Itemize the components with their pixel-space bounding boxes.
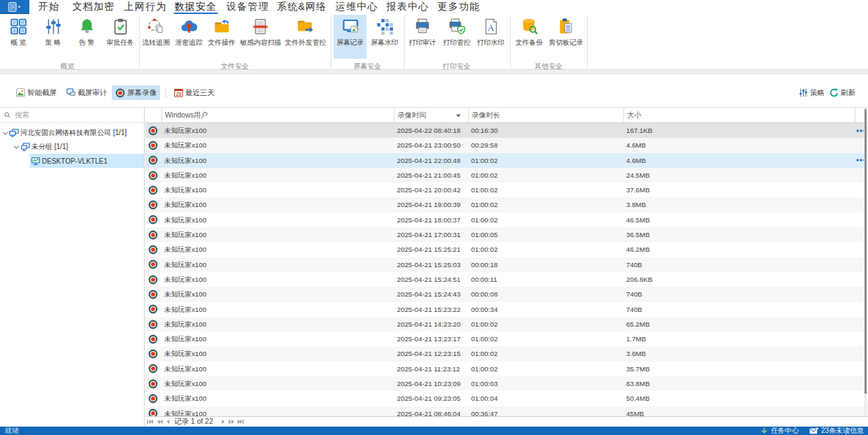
- record-icon: [148, 349, 158, 359]
- recording-row[interactable]: 未知玩家x100 2025-04-21 19:00:39 01:00:02 3.…: [145, 197, 868, 212]
- org-icon: [9, 129, 18, 138]
- ribbon-item[interactable]: 流转追溯: [140, 15, 173, 59]
- pager-prev-button[interactable]: [166, 419, 170, 425]
- column-header-time[interactable]: 录像时间: [394, 108, 468, 122]
- recording-row[interactable]: 未知玩家x100 2025-04-22 08:40:18 00:16:30 16…: [145, 123, 868, 138]
- recording-row[interactable]: 未知玩家x100 2025-04-21 15:24:51 00:00:11 20…: [145, 272, 868, 287]
- pager-next-button[interactable]: [222, 419, 225, 425]
- app-menu-button[interactable]: [0, 0, 29, 14]
- printwm-icon: A: [482, 17, 500, 36]
- ribbon-item[interactable]: 文件外发管控: [285, 15, 326, 59]
- ribbon-item[interactable]: 审批任务: [104, 15, 137, 59]
- tree-node[interactable]: 未分组 [1/1]: [0, 140, 144, 154]
- scrollbar-thumb[interactable]: [865, 109, 867, 394]
- menu-tab[interactable]: 文档加密: [72, 0, 116, 14]
- recording-row[interactable]: 未知玩家x100 2025-04-21 17:00:31 01:00:05 36…: [145, 227, 868, 242]
- toolbar-button[interactable]: 23 最近三天: [171, 85, 218, 100]
- recording-row[interactable]: 未知玩家x100 2025-04-21 15:25:21 01:00:02 46…: [145, 242, 868, 257]
- tree-expander[interactable]: [13, 144, 19, 150]
- main-content: 搜索 河北安固云网络科技有限公司 [1/1] 未分组 [1/1]: [0, 108, 868, 427]
- pager-next-page-button[interactable]: [229, 419, 234, 425]
- menu-tab[interactable]: 报表中心: [386, 0, 430, 14]
- column-header-user[interactable]: Windows用户: [161, 108, 394, 122]
- approval-icon: [111, 17, 129, 36]
- vertical-scrollbar[interactable]: [864, 108, 867, 416]
- toolbar-button[interactable]: 策略: [795, 85, 828, 100]
- ribbon-item[interactable]: 文件备份: [513, 15, 546, 59]
- record-icon: [148, 185, 158, 195]
- ribbon-item[interactable]: 概 览: [2, 15, 35, 59]
- leak-icon: [180, 17, 198, 36]
- recording-row[interactable]: 未知玩家x100 2025-04-21 09:23:05 01:00:04 50…: [145, 391, 868, 406]
- ribbon-item[interactable]: 敏感内容扫描: [240, 15, 282, 59]
- ribbon-item[interactable]: 屏幕水印: [368, 15, 401, 59]
- recording-row[interactable]: 未知玩家x100 2025-04-21 10:23:09 01:00:03 63…: [145, 376, 868, 391]
- cell-user: 未知玩家x100: [161, 123, 394, 138]
- search-box[interactable]: 搜索: [0, 108, 144, 123]
- view-toolbar: 智能截屏 截屏审计 屏幕录像 23 最近三天 策略 刷新: [0, 74, 868, 108]
- toolbar-button[interactable]: 屏幕录像: [112, 85, 160, 100]
- unread-messages-button[interactable]: 23条未读信息: [809, 427, 864, 435]
- cell-user: 未知玩家x100: [161, 168, 394, 183]
- ribbon-item[interactable]: 泄密追踪: [173, 15, 205, 59]
- recording-row[interactable]: 未知玩家x100 2025-04-21 11:23:12 01:00:02 35…: [145, 362, 868, 376]
- ribbon-item[interactable]: 文件操作: [205, 15, 238, 59]
- recording-row[interactable]: 未知玩家x100 2025-04-21 18:00:37 01:00:02 46…: [145, 213, 868, 227]
- tree-expander[interactable]: [2, 130, 8, 136]
- recording-row[interactable]: 未知玩家x100 2025-04-21 12:23:15 01:00:02 3.…: [145, 346, 868, 361]
- ribbon-item[interactable]: 剪切板记录: [549, 15, 584, 59]
- column-header-size[interactable]: 大小: [623, 108, 855, 122]
- recording-row[interactable]: 未知玩家x100 2025-04-21 14:23:20 01:00:02 65…: [145, 317, 868, 331]
- recording-row[interactable]: 未知玩家x100 2025-04-21 23:00:50 00:29:58 4.…: [145, 138, 868, 152]
- recording-row[interactable]: 未知玩家x100 2025-04-21 21:00:45 01:00:02 24…: [145, 168, 868, 183]
- ribbon-item[interactable]: A 打印水印: [475, 15, 507, 59]
- mail-icon: [809, 427, 818, 434]
- pager-first-button[interactable]: [147, 419, 153, 425]
- cell-user: 未知玩家x100: [161, 183, 394, 197]
- pager-last-button[interactable]: [238, 419, 244, 425]
- backup-icon: [520, 17, 538, 36]
- ribbon-item[interactable]: 策 略: [37, 15, 70, 59]
- ribbon-item[interactable]: 屏幕记录: [334, 15, 367, 59]
- menu-tab[interactable]: 上网行为: [124, 0, 168, 14]
- record-icon: [148, 245, 158, 255]
- recording-row[interactable]: 未知玩家x100 2025-04-21 15:25:03 00:00:18 74…: [145, 257, 868, 272]
- record-icon: [148, 275, 158, 285]
- recording-row[interactable]: 未知玩家x100 2025-04-21 15:23:22 00:00:34 74…: [145, 302, 868, 317]
- column-header-icon[interactable]: [145, 108, 161, 122]
- tree-expander[interactable]: [24, 158, 29, 164]
- tree-node[interactable]: DESKTOP-VLKTLE1: [0, 154, 144, 168]
- column-header-duration[interactable]: 录像时长: [468, 108, 623, 122]
- record-icon: [148, 290, 158, 299]
- recording-row[interactable]: 未知玩家x100 2025-04-21 13:23:17 01:00:02 1.…: [145, 331, 868, 346]
- cell-duration: 00:36:47: [468, 406, 623, 416]
- recording-row[interactable]: 未知玩家x100 2025-04-21 22:00:48 01:00:02 4.…: [145, 153, 868, 168]
- menu-tab[interactable]: 设备管理: [226, 0, 270, 14]
- cell-user: 未知玩家x100: [161, 153, 394, 168]
- toolbar-button[interactable]: 智能截屏: [13, 85, 60, 100]
- cell-size: 45MB: [623, 406, 855, 416]
- menu-tab[interactable]: 系统&网络: [276, 0, 327, 14]
- ribbon-item[interactable]: 打印管控: [440, 15, 473, 59]
- record-icon: [148, 230, 158, 240]
- ribbon-item[interactable]: 告 警: [71, 15, 103, 59]
- task-center-button[interactable]: 任务中心: [760, 427, 799, 435]
- pager-prev-page-button[interactable]: [157, 419, 163, 425]
- cell-user: 未知玩家x100: [161, 362, 394, 376]
- recording-row[interactable]: 未知玩家x100 2025-04-21 08:46:04 00:36:47 45…: [145, 406, 868, 416]
- menu-tab[interactable]: 数据安全: [174, 0, 218, 14]
- ribbon-item[interactable]: 打印审计: [406, 15, 439, 59]
- menu-tab[interactable]: 运维中心: [335, 0, 379, 14]
- recording-row[interactable]: 未知玩家x100 2025-04-21 20:00:42 01:00:02 37…: [145, 183, 868, 197]
- cell-user: 未知玩家x100: [161, 317, 394, 331]
- cell-time: 2025-04-21 23:00:50: [394, 138, 468, 152]
- group-icon: [20, 143, 29, 152]
- tree-node[interactable]: 河北安固云网络科技有限公司 [1/1]: [0, 126, 144, 140]
- recording-row[interactable]: 未知玩家x100 2025-04-21 15:24:43 00:00:08 74…: [145, 287, 868, 301]
- cell-user: 未知玩家x100: [161, 376, 394, 391]
- toolbar-button[interactable]: 刷新: [826, 85, 859, 100]
- menu-tab[interactable]: 开始: [38, 0, 60, 14]
- toolbar-button[interactable]: 截屏审计: [63, 85, 110, 100]
- menu-tab[interactable]: 更多功能: [437, 0, 481, 14]
- cell-duration: 01:00:02: [468, 153, 623, 168]
